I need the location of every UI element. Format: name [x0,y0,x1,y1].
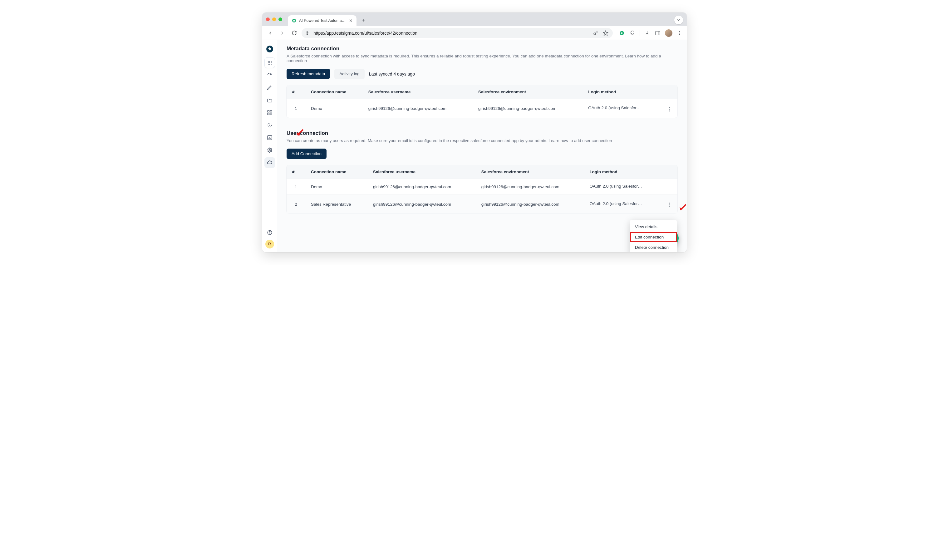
svg-point-17 [271,61,272,62]
grid-icon[interactable] [265,108,275,118]
col-environment: Salesforce environment [476,165,584,179]
testsigma-extension-icon[interactable] [618,30,625,37]
menu-delete-connection[interactable]: Delete connection [630,242,677,252]
table-row: 2 Sales Representative girish99126@cunni… [286,195,677,214]
new-tab-button[interactable]: + [359,16,368,25]
row-environment: girish99126@cunning-badger-qwteul.com [476,179,584,195]
svg-marker-6 [603,31,608,35]
help-icon[interactable] [265,227,275,238]
close-tab-icon[interactable]: ✕ [349,18,353,23]
col-login: Login method [583,85,662,99]
maximize-window-icon[interactable] [278,17,282,21]
analytics-icon[interactable] [265,132,275,143]
forward-button[interactable] [278,29,286,37]
row-username: girish99126@cunning-badger-qwteul.com [368,179,476,195]
svg-rect-9 [655,31,660,35]
svg-point-16 [269,61,270,62]
tabs-overflow-button[interactable] [674,15,683,25]
svg-point-12 [679,32,680,34]
svg-point-11 [679,31,680,32]
svg-point-22 [269,64,270,65]
separator [640,30,640,36]
edit-icon[interactable] [265,82,275,93]
metadata-title: Metadata connection [286,46,677,52]
activity-log-button[interactable]: Activity log [334,69,365,79]
settings-gear-icon[interactable] [265,145,275,155]
refresh-metadata-button[interactable]: Refresh metadata [286,69,330,79]
metadata-actions: Refresh metadata Activity log Last synce… [286,69,677,79]
reload-button[interactable] [290,29,298,37]
dashboard-icon[interactable] [265,70,275,80]
svg-rect-27 [268,113,269,115]
table-row: 1 Demo girish99126@cunning-badger-qwteul… [286,179,677,195]
svg-line-24 [270,74,271,75]
main-content: Metadata connection A Salesforce connect… [277,40,687,252]
browser-tab[interactable]: AI Powered Test Automation P ✕ [288,15,357,26]
row-login: OAuth 2.0 (using Salesforce ... [584,195,662,214]
row-name: Demo [305,99,363,118]
svg-point-21 [268,64,269,65]
site-info-icon[interactable] [305,31,310,35]
user-title: User connection [286,130,677,136]
col-num: # [286,165,305,179]
row-num: 1 [286,99,305,118]
target-icon[interactable] [265,120,275,131]
side-panel-icon[interactable] [654,30,661,37]
row-environment: girish99126@cunning-badger-qwteul.com [473,99,583,118]
annotation-arrow-icon [295,128,305,137]
salesforce-cloud-icon[interactable] [265,157,275,168]
profile-avatar[interactable] [665,29,672,37]
window-controls[interactable] [266,17,282,21]
browser-window: AI Powered Test Automation P ✕ + https:/… [262,12,687,252]
apps-grid-icon[interactable] [265,57,275,68]
user-actions: Add Connection [286,149,677,159]
col-login: Login method [584,165,662,179]
svg-rect-25 [268,111,269,112]
kebab-menu-icon[interactable] [676,30,683,37]
user-avatar[interactable]: R [265,240,274,248]
url-text: https://app.testsigma.com/ui/salesforce/… [314,31,589,35]
folder-icon[interactable] [265,95,275,106]
col-environment: Salesforce environment [473,85,583,99]
extensions-icon[interactable] [629,30,636,37]
col-name: Connection name [305,85,363,99]
col-username: Salesforce username [363,85,473,99]
svg-point-15 [268,61,269,62]
close-window-icon[interactable] [266,17,270,21]
svg-point-37 [269,234,270,234]
table-row: 1 Demo girish99126@cunning-badger-qwteul… [286,99,677,118]
svg-point-13 [679,34,680,35]
bookmark-star-icon[interactable] [602,30,609,37]
svg-point-18 [268,62,269,63]
row-num: 1 [286,179,305,195]
browser-toolbar: https://app.testsigma.com/ui/salesforce/… [262,26,687,40]
row-name: Demo [305,179,368,195]
annotation-arrow-icon [678,203,687,212]
svg-point-35 [269,149,270,151]
app-logo-icon[interactable] [265,44,275,54]
app-body: R Metadata connection A Salesforce conne… [262,40,687,252]
row-actions-icon[interactable] [668,202,672,209]
col-num: # [286,85,305,99]
add-connection-button[interactable]: Add Connection [286,149,326,159]
address-bar[interactable]: https://app.testsigma.com/ui/salesforce/… [301,28,613,38]
password-key-icon[interactable] [592,30,599,37]
menu-view-details[interactable]: View details [630,222,677,232]
row-num: 2 [286,195,305,214]
row-username: girish99126@cunning-badger-qwteul.com [363,99,473,118]
svg-rect-28 [270,113,272,115]
menu-edit-connection[interactable]: Edit connection [630,232,677,242]
row-name: Sales Representative [305,195,368,214]
svg-point-30 [269,125,270,126]
row-actions-icon[interactable] [668,106,672,113]
last-synced-text: Last synced 4 days ago [369,71,415,77]
svg-point-19 [269,62,270,63]
back-button[interactable] [266,29,275,37]
user-table: # Connection name Salesforce username Sa… [286,165,677,214]
downloads-icon[interactable] [644,30,651,37]
user-description: You can create as many users as required… [286,138,677,143]
col-username: Salesforce username [368,165,476,179]
row-environment: girish99126@cunning-badger-qwteul.com [476,195,584,214]
avatar-letter: R [268,242,271,246]
minimize-window-icon[interactable] [272,17,276,21]
